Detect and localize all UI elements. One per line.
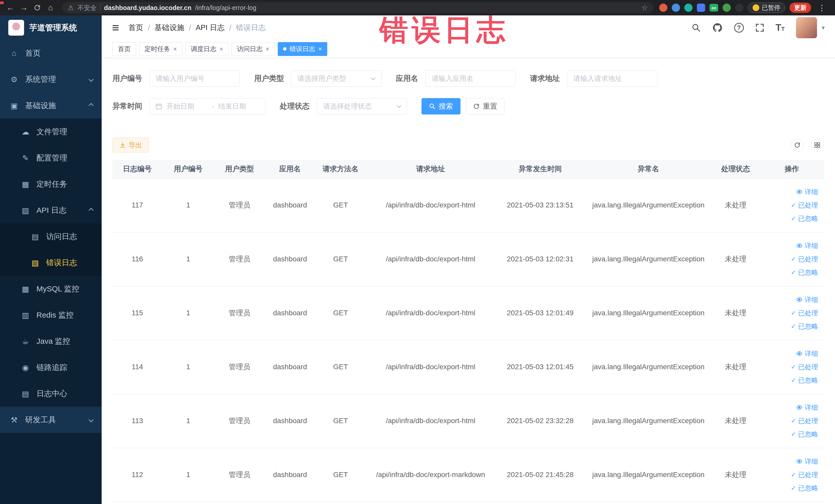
col-app-name: 应用名 [265, 160, 315, 178]
sidebar-item-mysql-monitor[interactable]: ▦ MySQL 监控 [0, 276, 102, 302]
search-button[interactable]: 搜索 [422, 98, 461, 115]
search-icon[interactable] [692, 23, 701, 32]
request-url-input[interactable] [567, 70, 657, 87]
exception-time-range-picker[interactable]: 开始日期 - 结束日期 [149, 98, 265, 115]
app-name-label: 应用名 [396, 74, 418, 84]
col-exception-time: 异常发生时间 [495, 160, 585, 178]
url-domain: dashboard.yudao.iocoder.cn [104, 4, 191, 12]
security-label: 不安全 [77, 4, 97, 12]
help-icon[interactable]: ? [734, 23, 744, 33]
sidebar-item-home[interactable]: ⌂ 首页 [0, 40, 102, 66]
col-user-id: 用户编号 [162, 160, 214, 178]
extensions-row: on 已暂停 更新 ⋮ [659, 3, 828, 13]
tab-error-log[interactable]: 错误日志 × [278, 42, 327, 56]
mark-processed-link[interactable]: ✓已处理 [791, 470, 818, 479]
reset-button[interactable]: 重置 [466, 98, 505, 115]
sidebar-fold-icon[interactable]: ≡ [112, 22, 119, 34]
exception-time-label: 异常时间 [113, 101, 142, 112]
column-settings-button[interactable] [811, 139, 824, 152]
sidebar-item-access-log[interactable]: ▤ 访问日志 [0, 223, 102, 249]
close-icon[interactable]: × [173, 46, 177, 52]
java-monitor-icon: ☕ [20, 337, 31, 346]
reload-icon[interactable] [31, 2, 43, 14]
sidebar-item-config-management[interactable]: ✎ 配置管理 [0, 145, 102, 171]
mark-processed-link[interactable]: ✓已处理 [791, 255, 818, 264]
extension-icon-2[interactable] [672, 4, 680, 12]
mark-processed-link[interactable]: ✓已处理 [791, 363, 818, 371]
mysql-monitor-icon: ▦ [20, 284, 31, 294]
tab-dispatch-log[interactable]: 调度日志 × [185, 42, 228, 56]
sidebar-item-api-logs[interactable]: ▨ API 日志 [0, 197, 102, 223]
breadcrumb-item[interactable]: 基础设施 [155, 23, 184, 33]
sidebar-item-log-center[interactable]: ▤ 日志中心 [0, 381, 102, 407]
sidebar-item-trace[interactable]: ◉ 链路追踪 [0, 354, 102, 381]
github-icon[interactable] [712, 22, 723, 33]
trace-icon: ◉ [20, 363, 31, 372]
mark-ignored-link[interactable]: ✓已忽略 [791, 376, 818, 385]
extension-icon-5[interactable] [722, 4, 731, 12]
extension-icon-3[interactable] [684, 4, 693, 12]
refresh-button[interactable] [791, 139, 804, 152]
sidebar-item-scheduled-jobs[interactable]: ▦ 定时任务 [0, 171, 102, 197]
sidebar-item-dev-tools[interactable]: ⚒ 研发工具 [0, 407, 102, 433]
avatar-caret-icon[interactable]: ▾ [822, 24, 825, 31]
fullscreen-icon[interactable] [755, 23, 765, 32]
home-icon[interactable]: ⌂ [45, 2, 57, 14]
col-operations: 操作 [759, 160, 824, 178]
sidebar-item-java-monitor[interactable]: ☕ Java 监控 [0, 328, 102, 354]
mark-ignored-link[interactable]: ✓已忽略 [791, 214, 818, 223]
browser-update-button[interactable]: 更新 [790, 3, 811, 13]
user-id-input[interactable] [149, 70, 240, 87]
browser-menu-icon[interactable]: ⋮ [815, 3, 828, 12]
forward-icon[interactable]: → [18, 2, 30, 14]
detail-link[interactable]: 详细 [796, 457, 818, 466]
tab-scheduled-jobs[interactable]: 定时任务 × [139, 42, 182, 56]
paused-extension-button[interactable]: 已暂停 [748, 3, 785, 13]
address-bar[interactable]: ⚠ 不安全 dashboard.yudao.iocoder.cn /infra/… [62, 2, 653, 13]
user-type-select[interactable]: 请选择用户类型 [291, 70, 382, 87]
extension-on-badge[interactable]: on [710, 4, 718, 12]
tab-access-log[interactable]: 访问日志 × [231, 42, 274, 56]
sidebar-item-system-management[interactable]: ⚙ 系统管理 [0, 66, 102, 93]
mark-ignored-link[interactable]: ✓已忽略 [791, 322, 818, 331]
close-icon[interactable]: × [318, 46, 322, 52]
breadcrumb-item[interactable]: 首页 [128, 23, 143, 33]
mark-processed-link[interactable]: ✓已处理 [791, 417, 818, 425]
detail-link[interactable]: 详细 [796, 241, 818, 250]
back-icon[interactable]: ← [5, 2, 16, 14]
breadcrumb-item[interactable]: API 日志 [196, 23, 225, 33]
extension-icon-4[interactable] [697, 4, 705, 12]
mark-processed-link[interactable]: ✓已处理 [791, 309, 818, 318]
col-method: 请求方法名 [315, 160, 366, 178]
export-button[interactable]: 导出 [113, 138, 149, 153]
sidebar-item-file-management[interactable]: ☁ 文件管理 [0, 119, 102, 145]
extension-icon-paw[interactable] [735, 4, 744, 12]
close-icon[interactable]: × [266, 46, 269, 52]
mark-ignored-link[interactable]: ✓已忽略 [791, 268, 818, 277]
font-size-icon[interactable]: TT [776, 22, 785, 33]
sidebar-item-infrastructure[interactable]: ▣ 基础设施 [0, 93, 102, 119]
app-name-input[interactable] [425, 70, 516, 87]
close-icon[interactable]: × [220, 46, 223, 52]
bookmark-star-icon[interactable]: ☆ [641, 4, 648, 12]
sidebar: 芋道管理系统 ⌂ 首页 ⚙ 系统管理 ▣ 基础设施 ☁ 文件管理 ✎ [0, 15, 102, 504]
sidebar-item-error-log[interactable]: ▧ 错误日志 [0, 249, 102, 276]
extension-icon-1[interactable] [659, 4, 667, 12]
detail-link[interactable]: 详细 [796, 187, 818, 196]
not-secure-warning-icon: ⚠ [68, 4, 74, 12]
process-status-select[interactable]: 请选择处理状态 [317, 98, 407, 115]
mark-processed-link[interactable]: ✓已处理 [791, 201, 818, 210]
mark-ignored-link[interactable]: ✓已忽略 [791, 430, 818, 439]
detail-link[interactable]: 详细 [796, 349, 818, 358]
error-log-icon: ▧ [30, 258, 41, 267]
user-id-label: 用户编号 [113, 74, 142, 84]
avatar[interactable] [796, 17, 817, 38]
end-date-placeholder: 结束日期 [219, 102, 260, 111]
sidebar-item-redis-monitor[interactable]: ▥ Redis 监控 [0, 302, 102, 328]
detail-link[interactable]: 详细 [796, 295, 818, 304]
mark-ignored-link[interactable]: ✓已忽略 [791, 484, 818, 493]
app-logo[interactable]: 芋道管理系统 [0, 15, 102, 40]
detail-link[interactable]: 详细 [796, 403, 818, 412]
table-toolbar: 导出 [113, 138, 824, 153]
tab-home[interactable]: 首页 [113, 42, 136, 56]
